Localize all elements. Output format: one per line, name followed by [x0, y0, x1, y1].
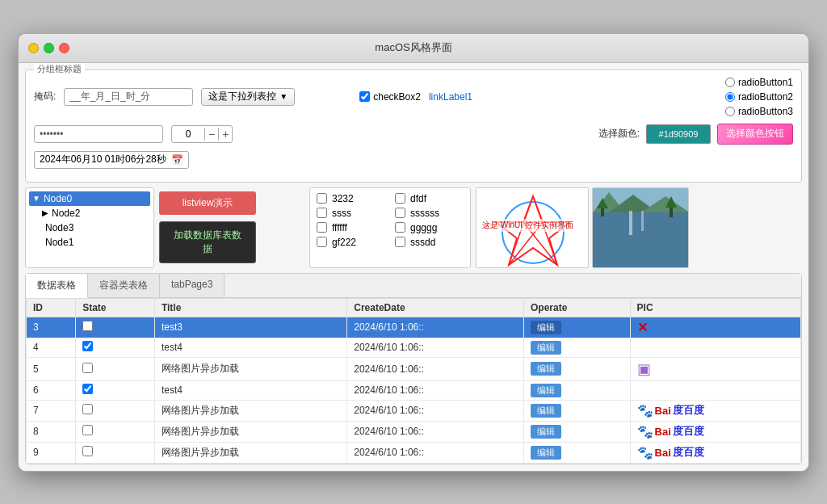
- check-ssssss[interactable]: [395, 208, 405, 218]
- check-ffffff[interactable]: [317, 222, 327, 233]
- tree-item-node1[interactable]: Node1: [29, 235, 150, 250]
- cell-id: 3: [27, 317, 76, 338]
- password-input[interactable]: [34, 125, 163, 143]
- baidu-text: Bai: [655, 447, 671, 459]
- svg-rect-17: [641, 211, 644, 231]
- check-row-3232: 3232: [313, 191, 388, 206]
- dropdown-label: 这是下拉列表控: [208, 90, 276, 103]
- table-row[interactable]: 8 网络图片异步加载 2024/6/10 1:06:: 编辑 🐾 Bai 度百度: [27, 421, 801, 442]
- radio1[interactable]: [725, 78, 735, 87]
- cell-date: 2024/6/10 1:06::: [347, 421, 524, 442]
- listview-demo-button[interactable]: listview演示: [159, 191, 256, 215]
- radio2-text: radioButton2: [738, 91, 793, 103]
- row-state-checkbox-5[interactable]: [82, 363, 93, 373]
- check-row-sssdd: sssdd: [392, 235, 467, 250]
- cell-title: 网络图片异步加载: [154, 357, 346, 380]
- tab-containertable-label: 容器类表格: [99, 279, 148, 291]
- edit-button-4[interactable]: 编辑: [531, 341, 561, 355]
- groupbox: 分组框标题 掩码: 这是下拉列表控 ▼ checkBox2 linkLabel1: [25, 69, 802, 183]
- edit-button-7[interactable]: 编辑: [531, 404, 561, 418]
- check-3232[interactable]: [317, 193, 327, 204]
- star-image-box: 这是 WinUI 控件实例界面: [476, 187, 589, 268]
- tree-item-node3[interactable]: Node3: [29, 220, 150, 235]
- table-row[interactable]: 9 网络图片异步加载 2024/6/10 1:06:: 编辑 🐾 Bai 度百度: [27, 442, 801, 463]
- th-pic: PIC: [630, 298, 800, 317]
- checkbox2[interactable]: [359, 91, 370, 102]
- minimize-button[interactable]: [28, 43, 39, 53]
- tab-datatable[interactable]: 数据表格: [26, 274, 88, 298]
- edit-button-3[interactable]: 编辑: [531, 321, 561, 334]
- check-ssss[interactable]: [317, 208, 327, 218]
- tree-item-node2[interactable]: ▶ Node2: [29, 206, 150, 220]
- waterfall-image-box: [592, 187, 689, 268]
- check-row-ffffff: ffffff: [313, 220, 388, 235]
- groupbox-title: 分组框标题: [34, 63, 85, 75]
- tree-arrow-node0: ▼: [32, 194, 40, 203]
- cell-state: [76, 400, 155, 421]
- tree-label-node3: Node3: [45, 222, 73, 233]
- table-row[interactable]: 3 test3 2024/6/10 1:06:: 编辑 ✕: [27, 317, 801, 338]
- checklist-panel: 3232 ssss ffffff gf222: [309, 187, 471, 268]
- table-scroll-container[interactable]: ID State Title CreateDate Operate PIC 3: [26, 298, 801, 464]
- table-body: 3 test3 2024/6/10 1:06:: 编辑 ✕ 4 test4: [27, 317, 801, 463]
- check-row-ggggg: ggggg: [392, 220, 467, 235]
- thumb-icon: ▣: [637, 361, 651, 377]
- tree-label-node2: Node2: [52, 208, 80, 219]
- masked-input[interactable]: [64, 88, 193, 106]
- image-panel: 这是 WinUI 控件实例界面: [476, 187, 802, 268]
- radio3[interactable]: [725, 107, 735, 116]
- th-id: ID: [27, 298, 76, 317]
- radio2-label[interactable]: radioButton2: [725, 91, 793, 103]
- edit-button-5[interactable]: 编辑: [531, 362, 561, 376]
- dropdown-button[interactable]: 这是下拉列表控 ▼: [201, 88, 295, 106]
- datetime-input[interactable]: 2024年06月10 01时06分28秒 📅: [34, 151, 189, 169]
- tab-page3[interactable]: tabPage3: [160, 274, 225, 297]
- row-state-checkbox-3[interactable]: [82, 321, 93, 331]
- row-state-checkbox-9[interactable]: [82, 446, 93, 456]
- calendar-icon[interactable]: 📅: [171, 154, 183, 166]
- radio3-text: radioButton3: [738, 106, 793, 117]
- cell-date: 2024/6/10 1:06::: [347, 400, 524, 421]
- row-state-checkbox-4[interactable]: [82, 341, 93, 351]
- radio2[interactable]: [725, 92, 735, 102]
- cell-title: 网络图片异步加载: [154, 421, 346, 442]
- cell-id: 5: [27, 357, 76, 380]
- cell-state: [76, 317, 155, 338]
- maximize-button[interactable]: [44, 43, 54, 53]
- cell-pic: 🐾 Bai 度百度: [630, 421, 800, 442]
- th-createdate: CreateDate: [347, 298, 524, 317]
- x-icon: ✕: [637, 321, 648, 334]
- color-picker-button[interactable]: 选择颜色按钮: [717, 124, 793, 145]
- baidu-text: Bai: [655, 405, 671, 417]
- number-input[interactable]: [172, 127, 204, 141]
- edit-button-8[interactable]: 编辑: [531, 425, 561, 439]
- radio1-label[interactable]: radioButton1: [725, 77, 793, 88]
- load-data-button[interactable]: 加载数据库表数据: [159, 221, 256, 263]
- check-row-ssssss: ssssss: [392, 206, 467, 220]
- row-state-checkbox-6[interactable]: [82, 384, 93, 394]
- number-minus-button[interactable]: −: [204, 128, 218, 141]
- row-state-checkbox-8[interactable]: [82, 425, 93, 435]
- edit-button-9[interactable]: 编辑: [531, 446, 561, 460]
- row-state-checkbox-7[interactable]: [82, 404, 93, 414]
- tab-containertable[interactable]: 容器类表格: [88, 274, 160, 297]
- number-plus-button[interactable]: +: [218, 128, 232, 141]
- table-row[interactable]: 4 test4 2024/6/10 1:06:: 编辑: [27, 338, 801, 357]
- close-button[interactable]: [59, 43, 69, 53]
- check-sssdd[interactable]: [395, 237, 405, 247]
- tree-item-node0[interactable]: ▼ Node0: [29, 191, 150, 206]
- th-state: State: [76, 298, 155, 317]
- linklabel1[interactable]: linkLabel1: [429, 91, 472, 103]
- check-dfdf[interactable]: [395, 193, 405, 204]
- main-content: 分组框标题 掩码: 这是下拉列表控 ▼ checkBox2 linkLabel1: [19, 63, 808, 471]
- check-gf222[interactable]: [317, 237, 327, 247]
- check-ggggg[interactable]: [395, 222, 405, 233]
- cell-operate: 编辑: [524, 442, 631, 463]
- table-row[interactable]: 6 test4 2024/6/10 1:06:: 编辑: [27, 380, 801, 400]
- table-header: ID State Title CreateDate Operate PIC: [27, 298, 801, 317]
- radio3-label[interactable]: radioButton3: [725, 106, 793, 117]
- checkbox2-label[interactable]: checkBox2: [359, 91, 421, 103]
- table-row[interactable]: 7 网络图片异步加载 2024/6/10 1:06:: 编辑 🐾 Bai 度百度: [27, 400, 801, 421]
- edit-button-6[interactable]: 编辑: [531, 384, 561, 397]
- table-row[interactable]: 5 网络图片异步加载 2024/6/10 1:06:: 编辑 ▣: [27, 357, 801, 380]
